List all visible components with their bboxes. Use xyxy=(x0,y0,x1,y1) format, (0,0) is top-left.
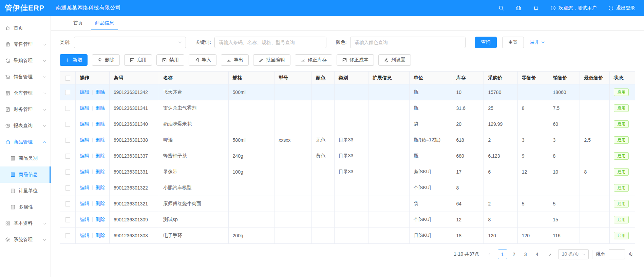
edit-link[interactable]: 编辑 xyxy=(80,153,89,158)
search-button[interactable] xyxy=(498,5,504,11)
row-checkbox[interactable] xyxy=(65,138,70,143)
export-button[interactable]: 导出 xyxy=(221,54,249,66)
sidebar-item-label: 销售管理 xyxy=(14,74,43,80)
cell-ext xyxy=(368,132,410,148)
delete-link[interactable]: 删除 xyxy=(95,233,105,238)
cell-spec: 240g xyxy=(228,148,274,164)
edit-link[interactable]: 编辑 xyxy=(80,169,89,174)
search-submit-button[interactable]: 查询 xyxy=(475,37,497,48)
edit-link[interactable]: 编辑 xyxy=(80,121,89,126)
fix-cost-button[interactable]: 修正成本 xyxy=(337,54,374,66)
cell-unit: 个[SKU] xyxy=(410,212,452,228)
bank-button[interactable] xyxy=(516,5,522,11)
row-checkbox[interactable] xyxy=(65,122,70,127)
edit-link[interactable]: 编辑 xyxy=(80,185,89,190)
edit-link[interactable]: 编辑 xyxy=(80,233,89,238)
sidebar-item-system[interactable]: 系统管理 xyxy=(0,232,51,248)
chevron-down-icon xyxy=(43,124,46,128)
cell-retail-price xyxy=(517,180,549,196)
sidebar-item-products[interactable]: 商品管理 xyxy=(0,134,51,150)
logout-button[interactable]: 退出登录 xyxy=(608,5,635,11)
delete-link[interactable]: 删除 xyxy=(95,137,105,142)
sidebar-item-basic-data[interactable]: 基本资料 xyxy=(0,215,51,232)
cell-status: 启用 xyxy=(610,180,635,196)
row-checkbox[interactable] xyxy=(65,233,70,238)
edit-link[interactable]: 编辑 xyxy=(80,105,89,111)
chevron-down-icon xyxy=(43,222,46,225)
color-input[interactable] xyxy=(350,37,466,48)
delete-link[interactable]: 删除 xyxy=(95,89,105,95)
sidebar-item-product-category[interactable]: 商品类别 xyxy=(0,150,51,166)
edit-link[interactable]: 编辑 xyxy=(80,217,89,222)
delete-link[interactable]: 删除 xyxy=(95,169,105,174)
delete-link[interactable]: 删除 xyxy=(95,185,105,190)
tab-product-info[interactable]: 商品信息 xyxy=(89,16,120,30)
batch-edit-button[interactable]: 批量编辑 xyxy=(253,54,290,66)
cell-min-price xyxy=(580,100,610,116)
welcome-user[interactable]: 欢迎您，测试用户 xyxy=(550,5,596,11)
sidebar-item-multi-attribute[interactable]: 多属性 xyxy=(0,199,51,215)
row-checkbox[interactable] xyxy=(65,90,70,95)
edit-link[interactable]: 编辑 xyxy=(80,137,89,142)
notification-button[interactable] xyxy=(533,5,539,11)
cell-spec xyxy=(228,180,274,196)
cell-name: 小鹏汽车模型 xyxy=(159,180,228,196)
page-button-4[interactable]: 4 xyxy=(532,250,542,259)
chart-edit-icon xyxy=(300,58,305,63)
category-select[interactable] xyxy=(74,37,186,48)
table-row: 编辑|删除6901236301303电子手环200g只[SKU]18120120… xyxy=(60,228,635,244)
keyword-input[interactable] xyxy=(214,37,326,48)
cell-barcode: 6901236301322 xyxy=(109,180,159,196)
fix-stock-button[interactable]: 修正库存 xyxy=(295,54,332,66)
edit-link[interactable]: 编辑 xyxy=(80,89,89,95)
row-checkbox[interactable] xyxy=(65,185,70,191)
cell-unit: 瓶/(箱=12瓶) xyxy=(410,132,452,148)
delete-button[interactable]: 删除 xyxy=(92,54,120,66)
cell-barcode: 6901236301338 xyxy=(109,132,159,148)
disable-button[interactable]: 禁用 xyxy=(156,54,184,66)
sidebar-item-measure-unit[interactable]: 计量单位 xyxy=(0,183,51,199)
import-icon xyxy=(194,58,199,63)
enable-button[interactable]: 启用 xyxy=(124,54,152,66)
delete-link[interactable]: 删除 xyxy=(95,217,105,222)
add-button[interactable]: 新增 xyxy=(60,54,88,66)
tab-home[interactable]: 首页 xyxy=(67,16,89,30)
delete-link[interactable]: 删除 xyxy=(95,153,105,158)
sidebar-item-warehouse[interactable]: 仓库管理 xyxy=(0,85,51,101)
next-page-button[interactable] xyxy=(545,250,555,259)
prev-page-button[interactable] xyxy=(485,250,494,259)
sidebar-item-retail[interactable]: 零售管理 xyxy=(0,36,51,53)
row-checkbox[interactable] xyxy=(65,106,70,111)
jump-page-input[interactable] xyxy=(609,249,625,259)
cell-purchase-price: 8 xyxy=(484,212,517,228)
column-settings-button[interactable]: 列设置 xyxy=(378,54,411,66)
delete-link[interactable]: 删除 xyxy=(95,105,105,111)
page-button-1[interactable]: 1 xyxy=(498,250,507,259)
import-button[interactable]: 导入 xyxy=(189,54,216,66)
select-all-checkbox[interactable] xyxy=(65,76,70,81)
toolbar: 新增删除启用禁用导入导出批量编辑修正库存修正成本列设置 xyxy=(60,54,635,66)
edit-link[interactable]: 编辑 xyxy=(80,201,89,206)
product-table-wrap: 操作条码名称规格型号颜色类别扩展信息单位库存采购价零售价销售价最低售价状态 编辑… xyxy=(60,71,635,244)
sidebar-item-purchase[interactable]: 采购管理 xyxy=(0,53,51,69)
row-checkbox[interactable] xyxy=(65,201,70,206)
page-size-select[interactable]: 10 条/页 xyxy=(558,249,589,259)
delete-link[interactable]: 删除 xyxy=(95,201,105,206)
reset-button[interactable]: 重置 xyxy=(502,37,524,48)
delete-link[interactable]: 删除 xyxy=(95,121,105,126)
sidebar-item-finance[interactable]: 财务管理 xyxy=(0,101,51,118)
page-button-3[interactable]: 3 xyxy=(521,250,530,259)
row-checkbox[interactable] xyxy=(65,217,70,222)
row-checkbox[interactable] xyxy=(65,170,70,175)
doc-icon xyxy=(10,188,16,194)
page-button-2[interactable]: 2 xyxy=(509,250,519,259)
row-checkbox[interactable] xyxy=(65,154,70,159)
sidebar-item-product-info[interactable]: 商品信息 xyxy=(0,166,51,183)
sidebar-item-reports[interactable]: 报表查询 xyxy=(0,118,51,134)
sidebar-item-sales[interactable]: 销售管理 xyxy=(0,69,51,85)
expand-filters-link[interactable]: 展开 xyxy=(530,39,545,45)
status-badge: 启用 xyxy=(614,88,629,96)
sidebar-item-home[interactable]: 首页 xyxy=(0,20,51,36)
cell-ext xyxy=(368,228,410,244)
cell-retail-price: 3 xyxy=(517,132,549,148)
